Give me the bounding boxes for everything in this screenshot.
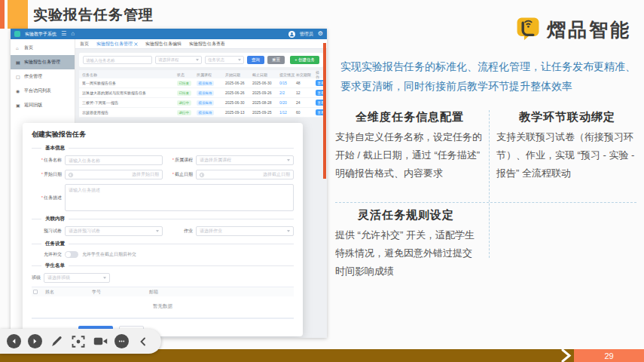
chevron-right-icon — [561, 349, 572, 362]
view-button[interactable]: 查看 — [316, 90, 323, 96]
vertical-dashed-divider — [489, 110, 490, 258]
section-basic-info: 基本信息 — [32, 145, 294, 152]
view-button[interactable]: 查看 — [316, 80, 323, 86]
chevron-down-icon — [287, 230, 290, 232]
status-filter-select[interactable]: 任务状态 — [205, 56, 244, 64]
description-textarea[interactable] — [65, 184, 294, 211]
homework-select[interactable]: 请选择作业 — [196, 226, 294, 236]
view-button[interactable]: 查看 — [316, 100, 323, 106]
description-label: 任务描述 — [32, 195, 65, 201]
end-date-label: 截止日期 — [163, 171, 196, 178]
camera-icon[interactable] — [93, 334, 108, 349]
feature-title: 全维度任务信息配置 — [335, 110, 484, 124]
class-select[interactable]: 请选择班级 — [44, 273, 110, 283]
quiz-label: 预习试卷 — [32, 228, 65, 235]
feature-block-config: 全维度任务信息配置 支持自定义任务名称，设定任务的开始 / 截止日期，通过 “任… — [335, 110, 484, 183]
allow-resubmit-hint: 允许学生在截止日期后补交 — [82, 251, 136, 258]
feature-body: 支持关联预习试卷（衔接预习环节）、作业，实现 “预习 - 实验 - 报告” 全流… — [496, 128, 638, 183]
course-badge: 模拟电路 — [197, 90, 214, 96]
sidebar-item-legacy[interactable]: ▣返回旧版 — [11, 98, 75, 112]
next-slide-button[interactable] — [28, 334, 42, 348]
home-icon[interactable]: ⌂ — [71, 31, 75, 37]
collapse-toolbar-icon[interactable] — [136, 334, 151, 349]
feature-title: 灵活任务规则设定 — [335, 208, 477, 222]
sidebar-item-platform[interactable]: ◉平台访问列表 — [11, 84, 75, 98]
chevron-down-icon — [287, 159, 290, 161]
course-filter-select[interactable]: 请选择课程 — [155, 56, 202, 64]
feature-grid: 全维度任务信息配置 支持自定义任务名称，设定任务的开始 / 截止日期，通过 “任… — [335, 107, 639, 285]
brand-logo: 熠品智能 — [515, 15, 631, 44]
status-badge: 进行中 — [177, 110, 191, 115]
pen-icon[interactable] — [49, 334, 64, 349]
task-table: 任务名称 状态 所属课程 开始日期 截止日期 提交情况 补交期限 操作 第一周实… — [79, 70, 323, 118]
app-screenshot: 实验教学子系统 ☰ ⌂ 管理员 ⚙ ⌂首页 ▤实验报告任务管理 ▢作业管理 ◉平… — [11, 29, 327, 338]
focus-capture-icon[interactable] — [71, 334, 86, 349]
student-table: 姓名 学号 邮箱 暂无数据 — [32, 287, 294, 319]
course-select[interactable]: 请选择所属课程 — [196, 155, 294, 165]
table-row: 示波器使用报告 进行中 模拟电路 2025-09-13 2025-09-25 1… — [79, 108, 323, 118]
course-badge: 模拟电路 — [197, 81, 214, 86]
section-related: 关联内容 — [32, 216, 294, 222]
page-title: 实验报告任务管理 — [33, 5, 154, 25]
divider-line — [323, 43, 326, 179]
homework-label: 作业 — [163, 228, 196, 235]
tab-home[interactable]: 首页 — [80, 41, 89, 48]
status-badge: 进行中 — [177, 100, 191, 106]
tab-report-manage[interactable]: 实验报告任务管理 — [96, 41, 138, 48]
course-badge: 模拟电路 — [197, 110, 214, 115]
quiz-select[interactable]: 请选择预习试卷 — [65, 226, 163, 236]
end-date-input[interactable]: 选择截止日期 — [196, 170, 294, 179]
slide: 实验报告任务管理 熠品智能 实验教学子系统 ☰ ⌂ 管理员 ⚙ — [0, 0, 644, 362]
sidebar-item-home[interactable]: ⌂首页 — [11, 41, 75, 55]
presenter-toolbar — [0, 329, 161, 354]
sidebar-item-homework[interactable]: ▢作业管理 — [11, 69, 75, 84]
page-number-badge: 29 — [574, 349, 644, 362]
more-options-icon[interactable] — [114, 334, 129, 348]
accent-bar-yellow — [8, 0, 28, 29]
table-row: 第一周实验报告任务 已结束 模拟电路 2025-06-26 2025-06-30… — [79, 78, 323, 88]
allow-resubmit-label: 允许补交 — [44, 251, 65, 258]
feature-title: 教学环节联动绑定 — [496, 110, 638, 124]
status-badge: 已结束 — [177, 90, 191, 96]
allow-resubmit-toggle[interactable] — [65, 251, 78, 258]
chevron-down-icon — [196, 59, 199, 61]
horizontal-dashed-divider — [335, 202, 636, 203]
app-name: 实验教学子系统 — [25, 31, 56, 38]
list-icon: ▤ — [16, 60, 21, 65]
tab-report-edit[interactable]: 实验报告任务编辑 — [145, 41, 182, 48]
chevron-down-icon — [156, 230, 159, 232]
task-name-input[interactable] — [65, 155, 163, 165]
feature-block-rules: 灵活任务规则设定 提供 “允许补交” 开关，适配学生特殊情况，避免因意外错过提交… — [335, 208, 477, 281]
reset-button[interactable]: 重置 — [267, 56, 285, 64]
view-button[interactable]: 查看 — [316, 109, 323, 115]
target-icon: ◉ — [16, 88, 21, 94]
intro-paragraph: 实现实验报告任务的标准化、流程化管理，让任务发布更精准、要求更清晰，同时衔接前后… — [340, 57, 637, 97]
task-name-filter-input[interactable] — [83, 56, 152, 64]
create-task-button[interactable]: + 创建任务 — [290, 56, 319, 64]
filter-bar: 请选择课程 任务状态 查询 重置 + 创建任务 — [79, 53, 323, 67]
course-badge: 模拟电路 — [197, 100, 214, 106]
start-date-input[interactable]: 选择开始日期 — [65, 170, 163, 179]
user-name[interactable]: 管理员 — [300, 31, 313, 38]
home-icon: ⌂ — [16, 46, 21, 51]
tab-report-view[interactable]: 实验报告任务查看 — [189, 41, 225, 48]
table-row: 运算放大器的测试与应用实验报告任务 已结束 模拟电路 2025-06-26 20… — [79, 88, 323, 98]
prev-slide-button[interactable] — [7, 334, 21, 348]
app-logo-icon — [14, 31, 20, 37]
sidebar-item-report-tasks[interactable]: ▤实验报告任务管理 — [11, 55, 75, 69]
gear-icon[interactable]: ⚙ — [318, 31, 323, 37]
select-all-checkbox[interactable] — [33, 290, 38, 294]
chevron-down-icon — [103, 277, 106, 279]
clock-icon — [69, 173, 73, 177]
section-settings: 任务设置 — [32, 241, 294, 247]
feature-body: 提供 “允许补交” 开关，适配学生特殊情况，避免因意外错过提交时间影响成绩 — [335, 226, 477, 281]
modal-title: 创建实验报告任务 — [32, 130, 294, 140]
app-topbar: 实验教学子系统 ☰ ⌂ 管理员 ⚙ — [11, 29, 327, 39]
menu-icon[interactable]: ☰ — [61, 31, 66, 37]
clock-icon — [200, 173, 204, 177]
table-header-row: 任务名称 状态 所属课程 开始日期 截止日期 提交情况 补交期限 操作 — [79, 70, 323, 78]
close-icon[interactable] — [134, 42, 138, 46]
avatar[interactable] — [288, 31, 295, 38]
search-button[interactable]: 查询 — [247, 56, 264, 64]
class-label: 班级 — [26, 275, 44, 281]
